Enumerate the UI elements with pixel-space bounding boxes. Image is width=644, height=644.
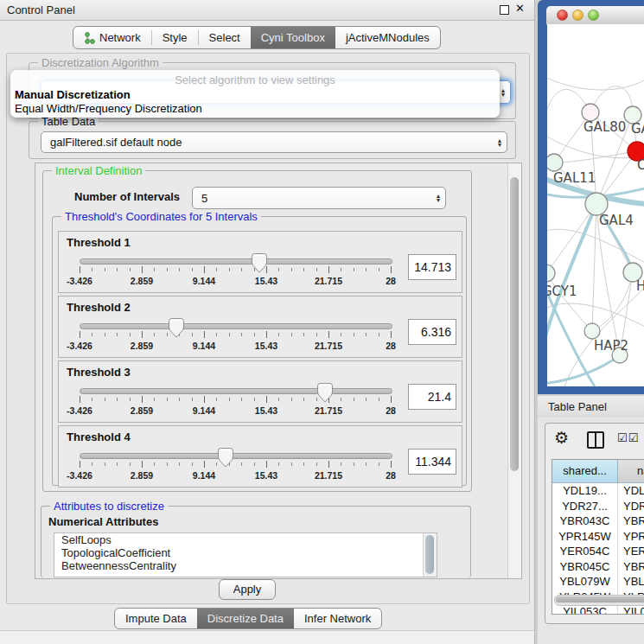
threshold-panel-2: Threshold 2 -3.4262.8599.14415.4321.7152…: [58, 296, 462, 358]
slider-tick-label: 28: [386, 341, 396, 351]
slider-thumb[interactable]: [168, 317, 185, 338]
threshold-4-value-input[interactable]: [408, 449, 456, 475]
float-window-icon[interactable]: [500, 5, 509, 15]
close-icon[interactable]: ✕: [515, 2, 525, 15]
split-columns-icon[interactable]: [587, 431, 604, 449]
table-panel-title: Table Panel: [548, 400, 607, 413]
node-label-mid-right: H: [636, 278, 644, 294]
slider-tick-label: 21.715: [315, 470, 342, 481]
tab-select[interactable]: Select: [199, 27, 251, 48]
slider-tick-label: 21.715: [315, 405, 342, 416]
panel-scrollbar[interactable]: [507, 163, 521, 578]
network-node-gal11[interactable]: [547, 154, 563, 171]
zoom-traffic-light-icon[interactable]: [588, 10, 599, 21]
node-label-gal4: GAL4: [599, 213, 634, 228]
node-label-top-right: GA: [631, 121, 644, 137]
column-header-shared[interactable]: shared...: [552, 460, 618, 482]
network-icon: [84, 32, 95, 44]
node-label-red: C: [637, 157, 644, 173]
minimize-traffic-light-icon[interactable]: [572, 10, 583, 21]
node-label-gcy1: GCY1: [547, 284, 577, 299]
node-label-hap2: HAP2: [594, 338, 628, 354]
threshold-4-slider[interactable]: -3.4262.8599.14415.4321.71528: [80, 447, 391, 483]
threshold-1-slider[interactable]: -3.4262.8599.14415.4321.71528: [80, 252, 391, 289]
combo-arrows-icon: ▴▾: [431, 194, 445, 202]
slider-tick-label: 9.144: [193, 341, 215, 351]
panel-title: Control Panel: [7, 3, 75, 16]
slider-tick-label: -3.426: [67, 276, 92, 286]
table-data-combobox[interactable]: galFiltered.sif default node ▴▾: [41, 131, 507, 153]
tab-discretize-data[interactable]: Discretize Data: [197, 609, 294, 628]
network-node-hap2[interactable]: [584, 323, 600, 339]
threshold-2-value-input[interactable]: [408, 319, 456, 345]
slider-thumb[interactable]: [217, 447, 234, 468]
table-row: YDR27...YDR2: [552, 499, 644, 514]
settings-scrollpane: Interval Definition Number of Intervals …: [35, 163, 522, 579]
slider-tick-label: 9.144: [193, 276, 215, 286]
tab-network-label: Network: [99, 31, 141, 44]
slider-tick-label: 9.144: [193, 405, 215, 416]
slider-tick-label: 2.859: [131, 405, 153, 416]
slider-track[interactable]: [80, 388, 392, 394]
control-panel: Control Panel ✕ Network Style Select Cyn…: [0, 0, 535, 644]
slider-thumb[interactable]: [316, 382, 334, 403]
threshold-1-value-input[interactable]: [408, 254, 456, 280]
network-window-titlebar: [546, 6, 644, 25]
table-panel-titlebar: Table Panel: [538, 396, 644, 418]
table-data-group: Table Data galFiltered.sif default node …: [29, 121, 516, 159]
numerical-attributes-label: Numerical Attributes: [48, 515, 158, 528]
node-table[interactable]: shared... na YDL19...YDL1 YDR27...YDR2 Y…: [552, 459, 644, 615]
threshold-2-slider[interactable]: -3.4262.8599.14415.4321.71528: [80, 317, 391, 354]
list-scrollbar[interactable]: [423, 533, 437, 577]
screenshot-root: Control Panel ✕ Network Style Select Cyn…: [0, 0, 644, 644]
dropdown-option-equal-width[interactable]: Equal Width/Frequency Discretization: [15, 102, 202, 115]
slider-tick-label: 9.144: [193, 470, 215, 481]
table-row: YBL079WYBL0: [552, 574, 644, 590]
slider-tick-label: 15.43: [255, 470, 277, 481]
tab-jactivemnodules[interactable]: jActiveMNodules: [335, 27, 440, 48]
list-item[interactable]: BetweennessCentrality: [54, 559, 437, 572]
slider-tick-label: 2.859: [131, 276, 153, 286]
thresholds-group: Threshold's Coordinates for 5 Intervals …: [52, 216, 467, 486]
algorithm-dropdown-popup: Select algorithm to view settings Manual…: [10, 70, 500, 118]
number-of-intervals-combobox[interactable]: 5 ▴▾: [192, 187, 446, 209]
table-horizontal-scrollbar[interactable]: [554, 595, 644, 606]
slider-tick-label: 15.43: [255, 405, 277, 416]
threshold-panel-1: Threshold 1 -3.4262.8599.14415.4321.7152…: [58, 231, 462, 293]
gear-icon[interactable]: ⚙: [554, 428, 569, 448]
network-canvas[interactable]: GAL80 GA C GAL11 GAL4 GCY1 H HAP2: [547, 24, 644, 386]
close-traffic-light-icon[interactable]: [557, 10, 568, 21]
network-view-window: GAL80 GA C GAL11 GAL4 GCY1 H HAP2: [538, 0, 644, 394]
table-toolbar: ⚙ ☑☑: [545, 424, 644, 456]
bottom-tabbar: Impute Data Discretize Data Infer Networ…: [114, 608, 382, 629]
checkbox-icons[interactable]: ☑☑: [617, 431, 639, 444]
thresholds-group-title: Threshold's Coordinates for 5 Intervals: [61, 210, 261, 223]
slider-track[interactable]: [80, 453, 392, 459]
threshold-3-slider[interactable]: -3.4262.8599.14415.4321.71528: [80, 382, 391, 418]
numerical-attributes-list[interactable]: SelfLoops TopologicalCoefficient Between…: [54, 532, 437, 577]
slider-tick-label: 2.859: [131, 341, 153, 351]
slider-tick-label: -3.426: [67, 341, 92, 351]
tab-network[interactable]: Network: [73, 27, 151, 48]
slider-tick-label: 28: [386, 276, 396, 286]
tab-impute-data[interactable]: Impute Data: [115, 609, 197, 628]
network-node-gal80[interactable]: [582, 104, 599, 121]
list-item[interactable]: TopologicalCoefficient: [54, 546, 437, 559]
slider-tick-label: 15.43: [255, 276, 277, 286]
dropdown-option-manual[interactable]: Manual Discretization: [15, 88, 131, 101]
threshold-3-value-input[interactable]: [408, 384, 456, 410]
apply-button[interactable]: Apply: [219, 579, 276, 600]
list-item[interactable]: SelfLoops: [54, 533, 437, 546]
network-node-gcy1[interactable]: [547, 265, 555, 282]
tab-cyni-toolbox[interactable]: Cyni Toolbox: [251, 27, 335, 48]
slider-tick-label: -3.426: [67, 405, 92, 416]
slider-tick-label: 21.715: [315, 276, 342, 286]
slider-track[interactable]: [80, 323, 392, 329]
table-panel-container: ⚙ ☑☑ shared... na YDL19...YDL1 YDR27...Y…: [545, 423, 644, 624]
tab-infer-network[interactable]: Infer Network: [294, 609, 381, 628]
tab-style[interactable]: Style: [152, 27, 198, 48]
column-header-name[interactable]: na: [618, 460, 644, 482]
slider-track[interactable]: [80, 258, 392, 265]
slider-thumb[interactable]: [251, 252, 268, 273]
table-row: YER054CYER0: [552, 544, 644, 559]
